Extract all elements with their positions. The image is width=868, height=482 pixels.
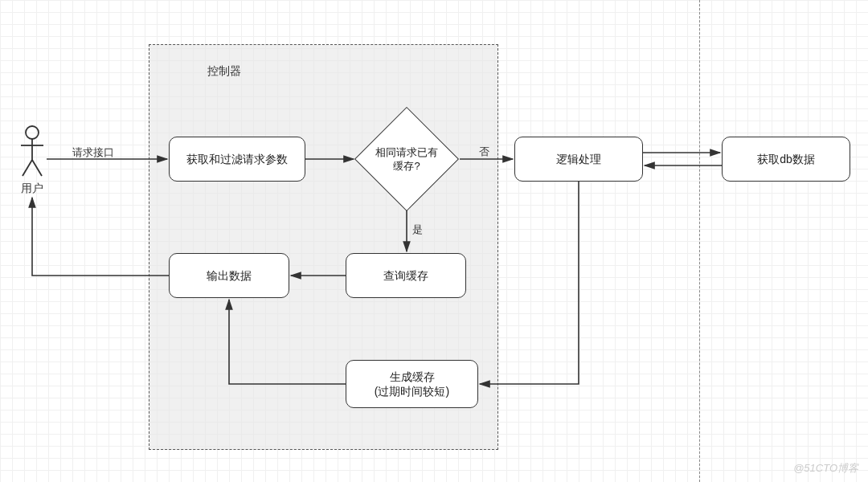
user-actor-label: 用户 xyxy=(16,182,48,196)
svg-line-4 xyxy=(32,160,42,176)
node-fetch-db: 获取db数据 xyxy=(722,137,850,182)
node-logic: 逻辑处理 xyxy=(514,137,643,182)
node-output: 输出数据 xyxy=(169,253,289,298)
svg-point-0 xyxy=(26,126,39,139)
node-gen-cache: 生成缓存 (过期时间较短) xyxy=(346,360,478,408)
gen-cache-line1: 生成缓存 xyxy=(390,370,435,384)
vertical-separator xyxy=(699,0,700,482)
edge-label-yes: 是 xyxy=(412,223,423,237)
edge-label-request: 请求接口 xyxy=(72,145,114,160)
user-actor-icon xyxy=(18,125,47,179)
node-decision-label: 相同请求已有 缓存? xyxy=(358,146,455,174)
node-query-cache: 查询缓存 xyxy=(346,253,466,298)
gen-cache-line2: (过期时间较短) xyxy=(375,384,449,398)
edge-label-no: 否 xyxy=(479,145,489,159)
diagram-canvas: 控制器 用户 获取和过滤请求参数 相同请求已有 缓存? 逻辑处理 获取db数据 … xyxy=(0,0,868,482)
svg-line-3 xyxy=(23,160,32,176)
node-filter-params: 获取和过滤请求参数 xyxy=(169,137,305,182)
controller-title: 控制器 xyxy=(207,64,241,79)
watermark: @51CTO博客 xyxy=(793,461,858,476)
